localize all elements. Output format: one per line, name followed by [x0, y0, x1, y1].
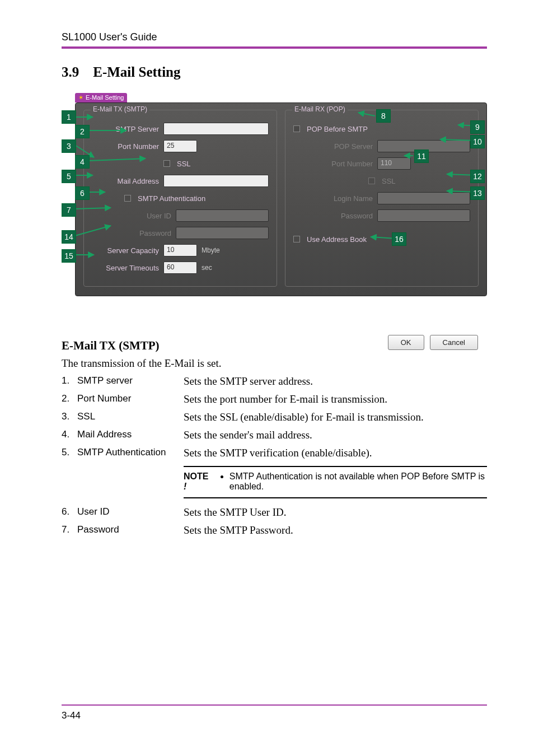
intro-paragraph: The transmission of the E-Mail is set. — [62, 357, 487, 370]
label-password: Password — [104, 229, 171, 237]
callout-9: 9 — [470, 120, 485, 134]
item-num: 1. — [62, 375, 77, 386]
callout-2: 2 — [75, 125, 90, 138]
row-port-number: Port Number 25 — [92, 139, 269, 153]
callout-1: 1 — [62, 110, 76, 124]
use-address-book-checkbox[interactable] — [293, 236, 300, 242]
label-smtp-auth: SMTP Authentication — [138, 194, 205, 203]
label-rx-password: Password — [306, 212, 373, 220]
window-title: E-Mail Setting — [86, 94, 124, 101]
callout-7: 7 — [62, 203, 76, 217]
label-mail-address: Mail Address — [92, 177, 159, 185]
callout-13: 13 — [470, 186, 485, 200]
server-timeouts-input[interactable]: 60 — [163, 262, 197, 274]
server-capacity-input[interactable]: 10 — [163, 244, 197, 256]
guide-title: SL1000 User's Guide — [62, 31, 487, 43]
callout-16: 16 — [392, 232, 406, 246]
row-smtp-auth: SMTP Authentication — [92, 192, 269, 205]
star-icon: ✶ — [78, 94, 83, 101]
group-title-tx: E-Mail TX (SMTP) — [91, 105, 149, 113]
row-use-address-book: Use Address Book — [293, 232, 470, 246]
smtp-auth-checkbox[interactable] — [124, 195, 131, 202]
row-rx-password: Password — [306, 209, 470, 222]
row-rx-ssl: SSL — [306, 174, 470, 188]
page-number: 3-44 — [62, 710, 81, 721]
section-heading: 3.9 E-Mail Setting — [62, 64, 487, 80]
item-desc: Sets the sender's mail address. — [184, 429, 487, 441]
label-rx-ssl: SSL — [382, 177, 396, 185]
label-ssl: SSL — [177, 160, 191, 168]
row-server-timeouts: Server Timeouts 60 sec — [92, 261, 269, 274]
row-pop-before-smtp: POP Before SMTP — [293, 122, 470, 136]
user-id-input — [176, 209, 269, 222]
smtp-server-input[interactable] — [163, 123, 269, 135]
rx-port-number-input: 110 — [377, 157, 411, 170]
callout-15: 15 — [62, 249, 76, 263]
label-port-number: Port Number — [92, 142, 159, 151]
item-key: Mail Address — [77, 429, 184, 440]
callout-11: 11 — [414, 150, 429, 163]
label-server-capacity: Server Capacity — [92, 246, 159, 255]
tx-port-number-input[interactable]: 25 — [163, 140, 197, 152]
group-title-rx: E-Mail RX (POP) — [292, 105, 348, 113]
callout-3: 3 — [62, 139, 76, 153]
cancel-button[interactable]: Cancel — [430, 335, 478, 350]
password-input — [176, 227, 269, 239]
item-num: 7. — [62, 524, 77, 535]
item-num: 3. — [62, 411, 77, 422]
server-capacity-unit: Mbyte — [202, 246, 220, 254]
top-divider — [62, 46, 487, 49]
callout-5: 5 — [62, 170, 76, 183]
item-key: SMTP server — [77, 375, 184, 386]
item-num: 6. — [62, 506, 77, 517]
item-desc: Sets the SSL (enable/disable) for E-mail… — [184, 411, 487, 423]
item-desc: Sets the SMTP verification (enable/disab… — [184, 447, 487, 459]
login-name-input — [377, 192, 470, 204]
group-email-rx-pop: E-Mail RX (POP) POP Before SMTP POP Serv… — [285, 110, 479, 287]
pop-before-smtp-checkbox[interactable] — [293, 125, 300, 132]
callout-6: 6 — [75, 186, 90, 200]
row-rx-port: Port Number 110 — [306, 157, 470, 170]
item-key: Port Number — [77, 393, 184, 404]
callout-12: 12 — [470, 170, 485, 183]
label-pop-before-smtp: POP Before SMTP — [307, 125, 368, 133]
section-number: 3.9 — [62, 64, 79, 80]
callout-4: 4 — [75, 155, 90, 169]
label-pop-server: POP Server — [306, 142, 373, 151]
item-desc: Sets the SMTP server address. — [184, 375, 487, 388]
item-desc: Sets the SMTP User ID. — [184, 506, 487, 519]
item-key: SMTP Authentication — [77, 447, 184, 458]
item-num: 4. — [62, 429, 77, 440]
callout-8: 8 — [376, 109, 391, 123]
row-pop-server: POP Server — [306, 139, 470, 153]
item-key: Password — [77, 524, 184, 535]
row-ssl: SSL — [92, 157, 269, 170]
note-label: NOTE ! — [184, 472, 210, 492]
item-num: 5. — [62, 447, 77, 458]
row-smtp-server: SMTP Server — [92, 122, 269, 136]
label-login-name: Login Name — [306, 194, 373, 203]
row-mail-address: Mail Address — [92, 174, 269, 188]
page-footer: 3-44 — [62, 704, 487, 721]
mail-address-input[interactable] — [163, 175, 269, 187]
ok-button[interactable]: OK — [388, 335, 424, 350]
item-desc: Sets the port number for E-mail is trans… — [184, 393, 487, 405]
dialog-button-bar: OK Cancel — [388, 335, 478, 350]
note-block: NOTE ! SMTP Authentication is not availa… — [184, 466, 487, 498]
label-use-address-book: Use Address Book — [307, 235, 367, 244]
tx-ssl-checkbox[interactable] — [163, 160, 170, 167]
row-server-capacity: Server Capacity 10 Mbyte — [92, 244, 269, 257]
row-user-id: User ID — [104, 209, 269, 222]
label-server-timeouts: Server Timeouts — [92, 264, 159, 272]
item-desc: Sets the SMTP Password. — [184, 524, 487, 536]
section-title: E-Mail Setting — [93, 64, 180, 80]
rx-password-input — [377, 209, 470, 222]
callout-10: 10 — [470, 135, 485, 148]
row-login-name: Login Name — [306, 192, 470, 205]
row-password: Password — [104, 226, 269, 240]
label-user-id: User ID — [104, 212, 171, 220]
property-list: 1. SMTP server Sets the SMTP server addr… — [62, 375, 487, 536]
screenshot: ✶E-Mail Setting E-Mail TX (SMTP) SMTP Se… — [62, 90, 487, 326]
item-num: 2. — [62, 393, 77, 404]
server-timeouts-unit: sec — [202, 264, 212, 272]
